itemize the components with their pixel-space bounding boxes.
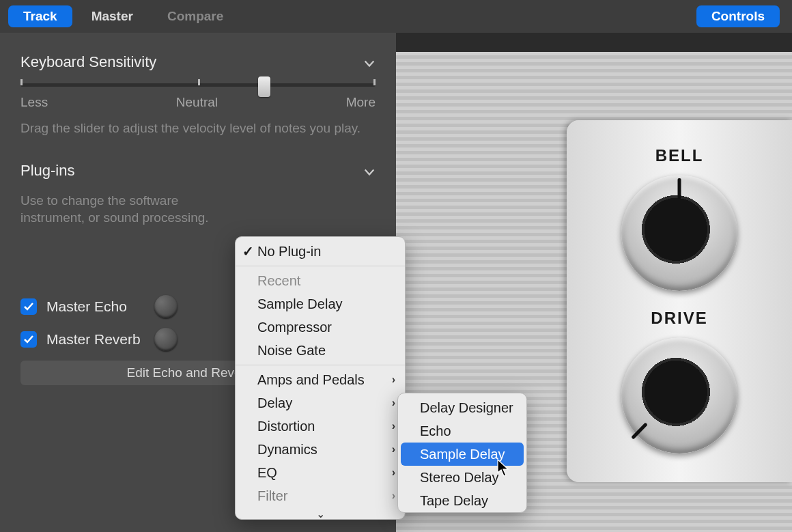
knob-drive[interactable] [621,337,737,453]
sensitivity-hint: Drag the slider to adjust the velocity l… [20,120,376,137]
menu-item-dynamics[interactable]: Dynamics› [236,438,405,461]
checkbox-master-reverb[interactable] [20,331,37,348]
label-neutral: Neutral [176,95,218,110]
menu-item-eq[interactable]: EQ› [236,461,405,484]
amp-panel: BELL DRIVE [567,120,792,482]
menu-header-recent: Recent [236,269,405,292]
tab-track[interactable]: Track [8,5,72,27]
compare-button[interactable]: Compare [152,5,238,27]
knob-bell[interactable] [621,175,737,291]
plugin-submenu-delay: Delay Designer Echo Sample Delay Stereo … [397,393,527,513]
controls-button[interactable]: Controls [696,5,780,27]
plugin-menu: No Plug-in Recent Sample Delay Compresso… [235,236,406,520]
chevron-right-icon: › [392,466,395,479]
menu-item-filter[interactable]: Filter› [236,484,405,507]
menu-item-recent[interactable]: Sample Delay [236,292,405,316]
sensitivity-slider[interactable] [20,83,376,87]
chevron-right-icon: › [392,397,395,409]
knob-master-reverb[interactable] [154,328,178,351]
menu-item-recent[interactable]: Compressor [236,316,405,339]
label-less: Less [20,95,48,110]
submenu-item-echo[interactable]: Echo [398,419,526,443]
submenu-item-stereo-delay[interactable]: Stereo Delay [398,466,526,489]
chevron-down-icon [363,56,376,68]
menu-item-recent[interactable]: Noise Gate [236,339,405,362]
submenu-item-tape-delay[interactable]: Tape Delay [398,489,526,512]
knob-label-bell: BELL [655,146,704,165]
menu-item-delay[interactable]: Delay› [236,391,405,415]
chevron-right-icon: › [392,374,395,386]
plugins-hint: Use to change the software instrument, o… [20,192,239,227]
slider-thumb[interactable] [258,76,270,97]
slider-labels: Less Neutral More [20,95,376,110]
section-plugins[interactable]: Plug-ins [20,162,376,180]
menu-item-amps-and-pedals[interactable]: Amps and Pedals› [236,368,405,391]
menu-scroll-down-icon[interactable]: ⌄ [236,507,405,520]
top-toolbar: Track Master Compare Controls [0,0,792,33]
menu-item-no-plugin[interactable]: No Plug-in [236,240,405,263]
label-master-echo: Master Echo [46,298,127,315]
submenu-item-sample-delay[interactable]: Sample Delay [401,443,524,466]
section-keyboard-sensitivity[interactable]: Keyboard Sensitivity [20,53,376,71]
chevron-right-icon: › [392,443,395,456]
section-title: Plug-ins [20,162,74,180]
tab-master[interactable]: Master [76,5,148,27]
submenu-item-delay-designer[interactable]: Delay Designer [398,396,526,419]
chevron-right-icon: › [392,490,395,502]
section-title: Keyboard Sensitivity [20,53,156,71]
menu-item-distortion[interactable]: Distortion› [236,415,405,438]
chevron-right-icon: › [392,420,395,432]
knob-label-drive: DRIVE [651,309,707,328]
label-master-reverb: Master Reverb [46,331,141,348]
knob-master-echo[interactable] [154,295,178,318]
checkbox-master-echo[interactable] [20,298,37,315]
menu-separator [236,365,405,365]
label-more: More [346,95,376,110]
menu-separator [236,266,405,266]
chevron-down-icon [363,165,376,177]
